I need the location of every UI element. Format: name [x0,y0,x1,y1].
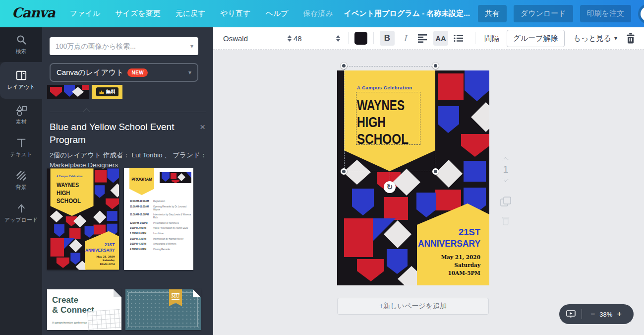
topbar: Canva ファイル サイズを変更 元に戻す やり直す ヘルプ 保存済み イベン… [0,0,644,27]
template-thumb-mu-journal[interactable]: MU [125,289,201,330]
publish-button[interactable]: 公開する [638,4,644,24]
template-thumb-free[interactable]: 無料 [92,85,122,99]
free-badge: 無料 [96,87,118,96]
sidebar: 検索 レイアウト 素材 テキスト 背景 アップロード [0,27,42,335]
schedule-row: 12:00PM-1:00PMPresentation of Nominees [130,222,191,225]
saved-status: 保存済み [303,9,333,18]
list-icon [454,34,464,42]
image-search-input[interactable] [56,42,190,50]
template-set-title: Blue and Yellow School Event Program [50,121,181,146]
uppercase-button[interactable]: AA [433,31,448,46]
schedule-row: 11:00AM-11:30AMOpening Remarks by Dr. Le… [130,205,191,211]
schedule-row: 3:00PM-3:30PMIntermission by Hannah Meye… [130,238,191,241]
layouts-dropdown-label: Canvaのレイアウト [57,68,123,77]
zoom-out-button[interactable]: − [587,310,598,319]
move-page-down-icon[interactable] [502,178,509,182]
menu-redo[interactable]: やり直す [220,9,250,18]
list-button[interactable] [451,31,466,46]
separator [582,309,582,319]
design-page[interactable] [337,70,489,285]
sidebar-label: 検索 [16,48,27,55]
present-icon[interactable] [566,310,576,319]
close-icon[interactable]: × [200,122,205,133]
menu-file[interactable]: ファイル [70,9,100,18]
sidebar-item-uploads[interactable]: アップロード [0,197,42,230]
menu-help[interactable]: ヘルプ [265,9,288,18]
menu-undo[interactable]: 元に戻す [176,9,206,18]
background-icon [16,170,27,181]
sidebar-item-elements[interactable]: 素材 [0,99,42,132]
chevron-down-icon: ▾ [614,35,617,42]
move-page-up-icon[interactable] [502,157,509,161]
layouts-dropdown[interactable]: Canvaのレイアウト NEW ▾ [50,63,198,82]
avatar[interactable] [641,6,644,21]
delete-button[interactable] [626,33,635,44]
bold-button[interactable]: B [380,31,395,46]
font-family-select[interactable]: Oswald [223,33,293,44]
print-order-button[interactable]: 印刷を注文 [580,5,631,22]
schedule-row: 4:30PM-5:00PMClosing Remarks [130,248,191,251]
editor-main: Oswald 48 B I AA 間隔 グループ解 [213,27,644,335]
elements-icon [16,105,27,116]
page-controls: 1 [497,157,515,225]
font-size-spinner[interactable] [334,33,342,44]
zoom-level[interactable]: 38% [599,311,612,318]
rotate-connector [390,171,390,182]
download-button[interactable]: ダウンロード [514,5,573,22]
schedule-row: 11:30AM-12:00PMIntermission by Gary Lewi… [130,213,191,219]
ungroup-button[interactable]: グループ解除 [507,30,565,47]
more-button[interactable]: もっと見る ▾ [574,34,617,43]
resize-handle-top-left[interactable] [341,63,347,69]
zoom-in-button[interactable]: + [613,310,625,319]
sidebar-item-background[interactable]: 背景 [0,164,42,197]
sidebar-item-search[interactable]: 検索 [0,27,42,62]
trash-icon [626,33,635,44]
pattern-thumb-art [47,85,89,99]
page-curl [114,289,121,297]
sidebar-item-layouts[interactable]: レイアウト [0,62,42,99]
font-family-spinner[interactable] [286,33,293,44]
template-preview-poster[interactable] [47,168,119,270]
spacing-button[interactable]: 間隔 [484,34,499,43]
text-toolbar: Oswald 48 B I AA 間隔 グループ解 [213,27,644,50]
layouts-panel: ▾ Canvaのレイアウト NEW ▾ 無料 Blue and Yellow S… [42,27,213,335]
template-preview-program[interactable]: PROGRAM 10:00AM-11:00AMRegistration 11:0… [124,168,193,270]
template-thumb-pattern[interactable] [47,85,89,99]
canvas-stage: ↻ 1 +新しいページを追加 [213,50,644,335]
text-color-swatch[interactable] [354,32,367,45]
schedule-row: 10:00AM-11:00AMRegistration [130,200,191,203]
font-size-value: 48 [293,34,302,43]
sidebar-label: レイアウト [7,83,35,91]
resize-handle-top-right[interactable] [432,63,439,69]
align-left-button[interactable] [415,31,430,46]
document-title[interactable]: イベント用プログラム - 名称未設定... [344,9,470,18]
schedule-row: 3:30PM-4:30PMAnnouncing of Winners [130,243,191,246]
upload-icon [16,203,27,214]
sidebar-label: 背景 [16,184,27,191]
delete-page-icon[interactable] [502,216,510,225]
chevron-down-icon[interactable]: ▾ [190,43,193,50]
separator [373,32,374,44]
share-button[interactable]: 共有 [478,5,507,22]
add-page-button[interactable]: +新しいページを追加 [337,298,489,315]
template-thumb-create-connect[interactable]: Create & Connect A comprehensive confere… [47,289,121,330]
divider-notch [83,108,90,115]
menu-resize[interactable]: サイズを変更 [115,9,160,18]
font-size-select[interactable]: 48 [293,33,342,44]
image-search-box: ▾ [50,37,198,55]
zoom-controls: − 38% + [559,304,634,324]
duplicate-page-icon[interactable] [500,196,511,207]
template-set-byline: 2個のレイアウト 作成者： Lut Toribio 、 ブランド： Market… [50,150,207,170]
rotate-handle[interactable]: ↻ [384,181,396,193]
sidebar-label: 素材 [16,118,27,126]
italic-button[interactable]: I [398,31,412,46]
program-schedule: 10:00AM-11:00AMRegistration 11:00AM-11:3… [130,200,191,253]
program-pattern-strip [160,172,191,183]
page-number: 1 [503,164,508,175]
program-pennant: PROGRAM [128,168,156,195]
sidebar-item-text[interactable]: テキスト [0,132,42,164]
resize-handle-bottom-left[interactable] [341,168,347,175]
resize-handle-bottom-right[interactable] [432,168,439,175]
canva-logo[interactable]: Canva [12,5,55,20]
page-curl [193,289,201,297]
